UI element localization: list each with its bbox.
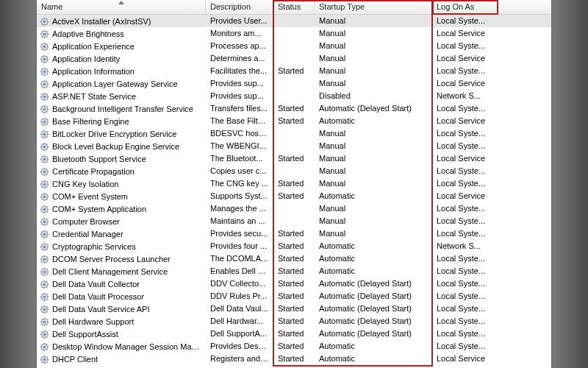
service-name-cell: Dell Hardware Support bbox=[37, 315, 206, 328]
service-name-label: ActiveX Installer (AxInstSV) bbox=[52, 16, 151, 27]
service-name-label: Dell Data Vault Processor bbox=[52, 291, 144, 302]
table-row[interactable]: DHCP ClientRegisters and ...StartedAutom… bbox=[37, 353, 551, 365]
service-status-cell: Started bbox=[273, 340, 315, 353]
service-startup-type-cell: Manual bbox=[315, 15, 432, 27]
table-row[interactable]: COM+ Event SystemSupports Syst...Started… bbox=[37, 190, 551, 202]
service-name-label: Background Intelligent Transfer Service bbox=[52, 104, 193, 115]
service-name-cell: Application Layer Gateway Service bbox=[37, 77, 206, 90]
service-name-label: Dell Client Management Service bbox=[52, 266, 168, 277]
service-gear-icon bbox=[40, 230, 49, 239]
table-row[interactable]: Application InformationFacilitates the..… bbox=[37, 65, 551, 77]
service-name-label: Dell Data Vault Service API bbox=[52, 304, 149, 315]
table-row[interactable]: Cryptographic ServicesProvides four ...S… bbox=[37, 240, 551, 252]
service-startup-type-cell: Manual bbox=[315, 40, 432, 52]
table-row[interactable]: Certificate PropagationCopies user c...M… bbox=[37, 165, 551, 177]
service-gear-icon bbox=[40, 330, 49, 339]
service-status-cell: Started bbox=[273, 190, 315, 202]
service-logon-cell: Local Syste... bbox=[432, 315, 498, 328]
column-header-description[interactable]: Description bbox=[206, 0, 273, 14]
service-description-cell: DDV Rules Pr... bbox=[206, 290, 273, 302]
service-name-cell: Base Filtering Engine bbox=[37, 115, 206, 127]
service-name-label: Certificate Propagation bbox=[52, 166, 135, 177]
service-name-cell: Application Information bbox=[37, 65, 206, 77]
service-name-label: DCOM Server Process Launcher bbox=[52, 254, 171, 265]
table-row[interactable]: Computer BrowserMaintains an ...ManualLo… bbox=[37, 215, 551, 227]
table-row[interactable]: BitLocker Drive Encryption ServiceBDESVC… bbox=[37, 127, 551, 140]
service-logon-cell: Local Syste... bbox=[432, 65, 498, 77]
service-gear-icon bbox=[40, 54, 49, 64]
service-description-cell: Transfers files... bbox=[206, 102, 273, 115]
column-header-startup-type[interactable]: Startup Type bbox=[315, 0, 432, 14]
table-row[interactable]: Application ExperienceProcesses ap...Man… bbox=[37, 40, 551, 52]
table-row[interactable]: Application Layer Gateway ServiceProvide… bbox=[37, 77, 551, 90]
service-name-cell: Application Identity bbox=[37, 52, 206, 65]
service-startup-type-cell: Automatic bbox=[315, 115, 432, 127]
service-name-label: Credential Manager bbox=[52, 229, 123, 240]
service-logon-cell: Network S... bbox=[432, 240, 498, 252]
service-description-cell: Determines a... bbox=[206, 52, 273, 65]
table-row[interactable]: Adaptive BrightnessMonitors am...ManualL… bbox=[37, 27, 551, 40]
service-name-cell: Background Intelligent Transfer Service bbox=[37, 102, 206, 115]
table-row[interactable]: Base Filtering EngineThe Base Filte...St… bbox=[37, 115, 551, 127]
service-logon-cell: Local Service bbox=[432, 77, 498, 90]
table-row[interactable]: Dell Client Management ServiceEnables De… bbox=[37, 265, 551, 277]
table-row[interactable]: Background Intelligent Transfer ServiceT… bbox=[37, 102, 551, 115]
service-startup-type-cell: Automatic bbox=[315, 190, 432, 202]
table-row[interactable]: Desktop Window Manager Session Mana...Pr… bbox=[37, 340, 551, 353]
service-gear-icon bbox=[40, 242, 49, 252]
service-description-cell: Registers and ... bbox=[206, 353, 273, 365]
service-status-cell bbox=[273, 27, 315, 40]
table-row[interactable]: ActiveX Installer (AxInstSV)Provides Use… bbox=[37, 15, 551, 27]
service-logon-cell: Local Syste... bbox=[432, 215, 498, 227]
service-logon-cell: Local Syste... bbox=[432, 227, 498, 240]
column-header-status[interactable]: Status bbox=[273, 0, 315, 14]
service-status-cell: Started bbox=[273, 240, 315, 252]
service-status-cell bbox=[273, 140, 315, 152]
service-name-label: Block Level Backup Engine Service bbox=[52, 141, 179, 152]
table-row[interactable]: Dell SupportAssistDell SupportA...Starte… bbox=[37, 328, 551, 340]
service-startup-type-cell: Manual bbox=[315, 27, 432, 40]
service-status-cell bbox=[273, 40, 315, 52]
table-row[interactable]: Bluetooth Support ServiceThe Bluetoot...… bbox=[37, 152, 551, 165]
column-header-log-on-as[interactable]: Log On As bbox=[432, 0, 498, 14]
table-row[interactable]: ASP.NET State ServiceProvides sup...Disa… bbox=[37, 90, 551, 102]
service-description-cell: Provides sup... bbox=[206, 90, 273, 102]
service-description-cell: Supports Syst... bbox=[206, 190, 273, 202]
service-gear-icon bbox=[40, 342, 49, 352]
service-name-label: Dell Hardware Support bbox=[52, 316, 134, 328]
service-status-cell bbox=[273, 127, 315, 140]
table-row[interactable]: Block Level Backup Engine ServiceThe WBE… bbox=[37, 140, 551, 152]
service-gear-icon bbox=[40, 29, 49, 39]
service-description-cell: The DCOMLA... bbox=[206, 252, 273, 265]
service-status-cell: Started bbox=[273, 277, 315, 290]
column-header-name[interactable]: Name bbox=[37, 0, 206, 14]
service-description-cell: DDV Collecto... bbox=[206, 277, 273, 290]
table-row[interactable]: COM+ System ApplicationManages the ...Ma… bbox=[37, 202, 551, 215]
service-name-label: COM+ Event System bbox=[52, 191, 128, 202]
service-startup-type-cell: Automatic bbox=[315, 340, 432, 353]
service-gear-icon bbox=[40, 317, 49, 327]
table-row[interactable]: Application IdentityDetermines a...Manua… bbox=[37, 52, 551, 65]
table-row[interactable]: Dell Data Vault Service APIDell Data Vau… bbox=[37, 302, 551, 315]
service-logon-cell: Network S... bbox=[432, 90, 498, 102]
table-row[interactable]: Dell Hardware SupportDell Hardwar...Star… bbox=[37, 315, 551, 328]
service-description-cell: The Bluetoot... bbox=[206, 152, 273, 165]
service-status-cell bbox=[273, 90, 315, 102]
table-row[interactable]: Dell Data Vault ProcessorDDV Rules Pr...… bbox=[37, 290, 551, 302]
service-gear-icon bbox=[40, 167, 49, 177]
service-logon-cell: Local Syste... bbox=[432, 15, 498, 27]
table-row[interactable]: Dell Data Vault CollectorDDV Collecto...… bbox=[37, 277, 551, 290]
service-description-cell: Provides secu... bbox=[206, 227, 273, 240]
service-startup-type-cell: Automatic (Delayed Start) bbox=[315, 328, 432, 340]
table-row[interactable]: DCOM Server Process LauncherThe DCOMLA..… bbox=[37, 252, 551, 265]
service-logon-cell: Local Syste... bbox=[432, 177, 498, 190]
service-name-label: Computer Browser bbox=[52, 216, 120, 227]
service-name-cell: DCOM Server Process Launcher bbox=[37, 252, 206, 265]
service-name-label: Application Identity bbox=[52, 54, 120, 65]
table-row[interactable]: Credential ManagerProvides secu...Starte… bbox=[37, 227, 551, 240]
table-row[interactable]: CNG Key IsolationThe CNG key ...StartedM… bbox=[37, 177, 551, 190]
service-status-cell bbox=[273, 215, 315, 227]
service-logon-cell: Local Syste... bbox=[432, 102, 498, 115]
service-name-cell: Computer Browser bbox=[37, 215, 206, 227]
service-name-label: CNG Key Isolation bbox=[52, 179, 118, 190]
